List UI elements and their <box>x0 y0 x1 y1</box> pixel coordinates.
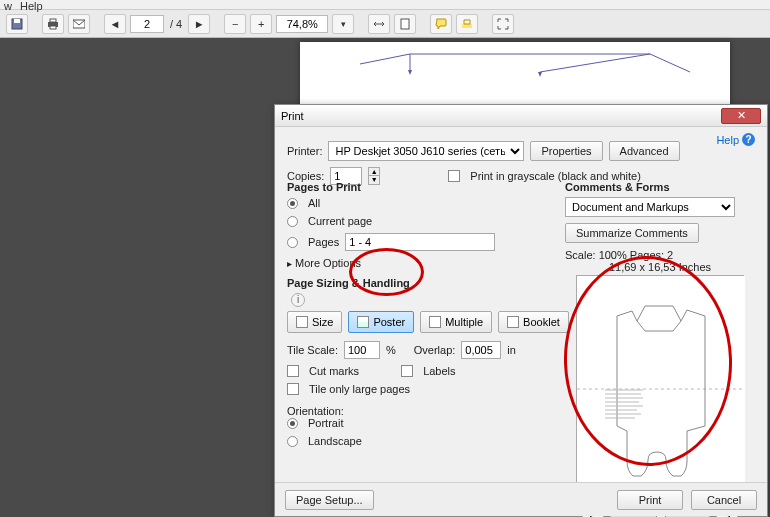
page-total: / 4 <box>168 18 184 30</box>
multiple-icon <box>429 316 441 328</box>
sizing-title: Page Sizing & Handling <box>287 277 557 289</box>
multiple-label: Multiple <box>445 316 483 328</box>
properties-button[interactable]: Properties <box>530 141 602 161</box>
booklet-icon <box>507 316 519 328</box>
labels-label: Labels <box>423 365 455 377</box>
overlap-unit: in <box>507 344 516 356</box>
cut-marks-checkbox[interactable] <box>287 365 299 377</box>
print-icon[interactable] <box>42 14 64 34</box>
page-prev-icon[interactable]: ◄ <box>104 14 126 34</box>
overlap-input[interactable] <box>461 341 501 359</box>
fullscreen-icon[interactable] <box>492 14 514 34</box>
more-options[interactable]: More Options <box>287 257 361 269</box>
preview-content <box>577 276 745 502</box>
page-next-icon[interactable]: ► <box>188 14 210 34</box>
help-label: Help <box>716 134 739 146</box>
svg-rect-6 <box>401 19 409 29</box>
menu-view[interactable]: w <box>4 0 12 9</box>
zoom-in-icon[interactable]: + <box>250 14 272 34</box>
size-icon <box>296 316 308 328</box>
radio-pages-label: Pages <box>308 236 339 248</box>
pages-range-input[interactable] <box>345 233 495 251</box>
radio-current-label: Current page <box>308 215 372 227</box>
radio-current[interactable] <box>287 216 298 227</box>
comments-title: Comments & Forms <box>565 181 755 193</box>
radio-portrait[interactable] <box>287 418 298 429</box>
tile-only-label: Tile only large pages <box>309 383 410 395</box>
printer-label: Printer: <box>287 145 322 157</box>
help-icon: ? <box>742 133 755 146</box>
fit-width-icon[interactable] <box>368 14 390 34</box>
radio-portrait-label: Portrait <box>308 417 343 429</box>
advanced-button[interactable]: Advanced <box>609 141 680 161</box>
labels-checkbox[interactable] <box>401 365 413 377</box>
booklet-button[interactable]: Booklet <box>498 311 569 333</box>
booklet-label: Booklet <box>523 316 560 328</box>
tile-scale-pct: % <box>386 344 396 356</box>
poster-label: Poster <box>373 316 405 328</box>
svg-rect-4 <box>50 26 56 29</box>
tile-scale-label: Tile Scale: <box>287 344 338 356</box>
svg-rect-7 <box>462 24 472 28</box>
svg-rect-3 <box>50 19 56 22</box>
comments-select[interactable]: Document and Markups <box>565 197 735 217</box>
poster-button[interactable]: Poster <box>348 311 414 333</box>
sticky-note-icon[interactable] <box>430 14 452 34</box>
fit-page-icon[interactable] <box>394 14 416 34</box>
menu-help[interactable]: Help <box>20 0 43 9</box>
scale-info: Scale: 100% Pages: 2 <box>565 249 755 261</box>
svg-rect-1 <box>14 19 20 23</box>
save-icon[interactable] <box>6 14 28 34</box>
summarize-button[interactable]: Summarize Comments <box>565 223 699 243</box>
size-label: Size <box>312 316 333 328</box>
cancel-button[interactable]: Cancel <box>691 490 757 510</box>
multiple-button[interactable]: Multiple <box>420 311 492 333</box>
help-link[interactable]: Help? <box>716 133 755 146</box>
orientation-title: Orientation: <box>287 405 557 417</box>
page-setup-button[interactable]: Page Setup... <box>285 490 374 510</box>
pages-to-print-title: Pages to Print <box>287 181 557 193</box>
toolbar: ◄ / 4 ► − + <box>0 10 770 38</box>
tile-only-checkbox[interactable] <box>287 383 299 395</box>
tile-scale-input[interactable] <box>344 341 380 359</box>
cut-marks-label: Cut marks <box>309 365 359 377</box>
radio-pages[interactable] <box>287 237 298 248</box>
radio-landscape[interactable] <box>287 436 298 447</box>
poster-icon <box>357 316 369 328</box>
info-icon[interactable]: i <box>291 293 305 307</box>
printer-select[interactable]: HP Deskjet 3050 J610 series (сеть) <box>328 141 524 161</box>
dialog-titlebar: Print ✕ <box>275 105 767 127</box>
size-button[interactable]: Size <box>287 311 342 333</box>
zoom-out-icon[interactable]: − <box>224 14 246 34</box>
page-number-input[interactable] <box>130 15 164 33</box>
print-dialog: Print ✕ Help? Printer: HP Deskjet 3050 J… <box>274 104 768 517</box>
menubar: w Help <box>0 0 770 10</box>
zoom-input[interactable] <box>276 15 328 33</box>
radio-landscape-label: Landscape <box>308 435 362 447</box>
dialog-title: Print <box>281 110 304 122</box>
preview-dims: 11,69 x 16,53 Inches <box>565 261 755 273</box>
close-icon[interactable]: ✕ <box>721 108 761 124</box>
copies-up-icon[interactable]: ▲ <box>368 167 380 176</box>
zoom-dropdown-icon[interactable] <box>332 14 354 34</box>
overlap-label: Overlap: <box>414 344 456 356</box>
mail-icon[interactable] <box>68 14 90 34</box>
highlight-icon[interactable] <box>456 14 478 34</box>
preview-frame <box>576 275 744 501</box>
radio-all[interactable] <box>287 198 298 209</box>
print-button[interactable]: Print <box>617 490 683 510</box>
radio-all-label: All <box>308 197 320 209</box>
